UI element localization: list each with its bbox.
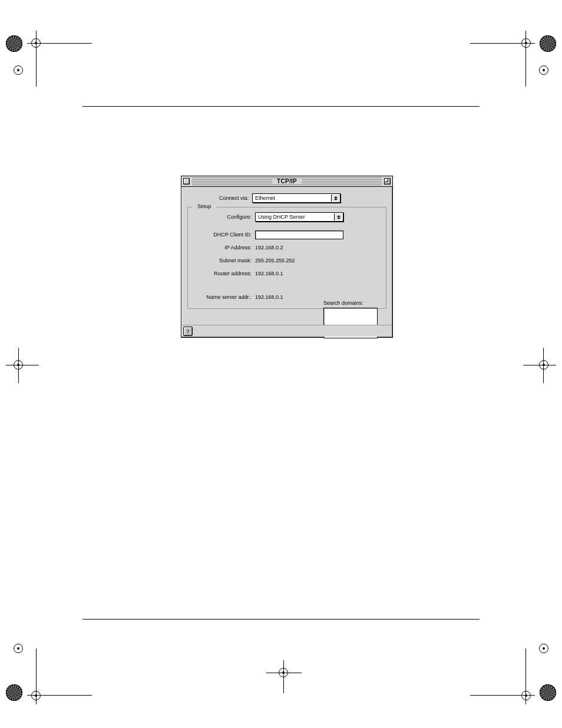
- registration-mark: [266, 660, 313, 707]
- ip-address-value: 192.168.0.2: [255, 245, 283, 251]
- subnet-mask-value: 255.255.255.252: [255, 258, 295, 263]
- configure-label: Configure:: [190, 214, 255, 220]
- subnet-mask-row: Subnet mask: 255.255.255.252: [190, 254, 384, 267]
- crop-line: [266, 673, 302, 673]
- dhcp-client-id-row: DHCP Client ID:: [190, 228, 384, 241]
- name-server-value: 192.168.0.1: [255, 294, 283, 300]
- subnet-mask-label: Subnet mask:: [190, 258, 255, 263]
- crop-line: [283, 660, 284, 693]
- tcpip-window: TCP/IP Connect via: Ethernet Setup Confi…: [181, 176, 393, 338]
- popup-arrows-icon: [331, 195, 339, 202]
- connect-via-value: Ethernet: [255, 195, 275, 201]
- color-fan-icon: [6, 684, 22, 701]
- crop-line: [18, 348, 19, 383]
- crop-line: [6, 365, 39, 365]
- crop-line: [543, 348, 544, 383]
- crop-line: [36, 31, 37, 87]
- connect-via-label: Connect via:: [187, 195, 252, 201]
- crop-line: [525, 648, 526, 704]
- window-body: Connect via: Ethernet Setup Configure: U…: [181, 187, 392, 324]
- setup-groupbox: Setup Configure: Using DHCP Server DHCP …: [187, 207, 386, 309]
- registration-mark: [509, 31, 556, 78]
- registration-mark: [6, 657, 53, 704]
- router-address-value: 192.168.0.1: [255, 271, 283, 276]
- setup-legend: Setup: [195, 203, 214, 209]
- connect-via-row: Connect via: Ethernet: [187, 192, 386, 205]
- popup-arrows-icon: [334, 213, 342, 220]
- search-domains-label: Search domains:: [323, 300, 378, 306]
- name-server-label: Name server addr.:: [190, 294, 255, 300]
- crop-line: [525, 31, 526, 87]
- header-rule: [82, 106, 480, 107]
- configure-popup[interactable]: Using DHCP Server: [255, 212, 343, 222]
- color-fan-icon: [540, 35, 556, 52]
- help-button[interactable]: ?: [183, 327, 193, 336]
- target-icon: [538, 65, 549, 75]
- configure-row: Configure: Using DHCP Server: [190, 210, 384, 223]
- color-fan-icon: [540, 684, 556, 701]
- target-icon: [521, 690, 531, 701]
- zoom-box-icon[interactable]: [384, 178, 391, 185]
- target-icon: [538, 643, 549, 654]
- registration-mark: [509, 348, 556, 395]
- configure-value: Using DHCP Server: [258, 214, 305, 220]
- registration-mark: [6, 348, 53, 395]
- dhcp-client-id-field[interactable]: [255, 230, 343, 239]
- target-icon: [13, 65, 24, 75]
- crop-line: [523, 365, 556, 365]
- window-statusbar: ?: [182, 325, 392, 337]
- crop-line: [27, 695, 92, 696]
- crop-line: [27, 43, 92, 44]
- router-address-label: Router address:: [190, 271, 255, 276]
- registration-mark: [509, 657, 556, 704]
- crop-line: [36, 648, 37, 704]
- dhcp-client-id-label: DHCP Client ID:: [190, 232, 255, 238]
- ip-address-label: IP Address:: [190, 245, 255, 251]
- window-title: TCP/IP: [272, 178, 302, 185]
- window-titlebar[interactable]: TCP/IP: [181, 176, 392, 187]
- ip-address-row: IP Address: 192.168.0.2: [190, 241, 384, 254]
- help-icon: ?: [186, 328, 190, 335]
- color-fan-icon: [6, 35, 22, 52]
- close-box-icon[interactable]: [183, 178, 190, 185]
- connect-via-popup[interactable]: Ethernet: [252, 193, 340, 203]
- footer-rule: [82, 619, 480, 620]
- page-content-area: TCP/IP Connect via: Ethernet Setup Confi…: [82, 0, 480, 728]
- registration-mark: [6, 31, 53, 78]
- target-icon: [13, 643, 24, 654]
- router-address-row: Router address: 192.168.0.1: [190, 267, 384, 280]
